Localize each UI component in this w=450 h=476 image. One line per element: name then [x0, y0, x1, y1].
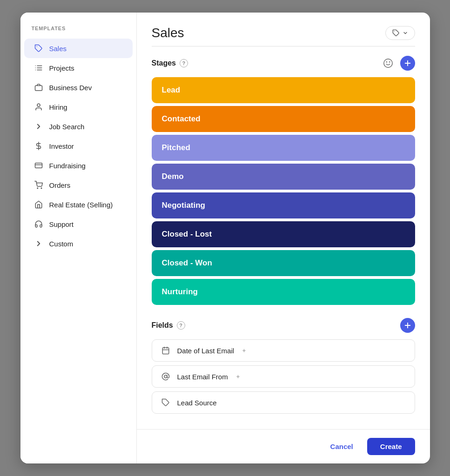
svg-point-12: [37, 188, 38, 189]
modal-overlay: TEMPLATES Sales Projects: [0, 0, 450, 476]
sidebar-item-orders[interactable]: Orders: [24, 175, 133, 195]
main-content: Sales Stages ?: [137, 13, 430, 463]
svg-rect-22: [162, 348, 169, 354]
tag-icon: [34, 43, 44, 53]
sidebar-item-business-dev[interactable]: Business Dev: [24, 78, 133, 97]
palette-icon: [383, 58, 393, 68]
svg-point-15: [383, 59, 392, 67]
fields-actions: [400, 318, 415, 333]
sidebar-item-custom[interactable]: Custom: [24, 234, 133, 253]
tag-dropdown-button[interactable]: [385, 26, 415, 40]
stage-pitched[interactable]: Pitched: [152, 135, 415, 161]
dollar-box-icon: [34, 160, 44, 171]
stage-closed-won[interactable]: Closed - Won: [152, 250, 415, 276]
stage-nurturing[interactable]: Nurturing: [152, 279, 415, 305]
field-lead-source[interactable]: Lead Source: [152, 391, 415, 414]
fields-list: Date of Last Email ✦ Last Email From ✦: [152, 339, 415, 414]
sidebar-item-job-search-label: Job Search: [49, 123, 85, 131]
sidebar-item-business-dev-label: Business Dev: [49, 84, 92, 92]
svg-point-8: [37, 104, 40, 106]
sidebar-item-projects[interactable]: Projects: [24, 58, 133, 78]
chevron-right-icon: [34, 121, 44, 132]
sidebar-item-fundraising[interactable]: Fundraising: [24, 156, 133, 175]
sidebar-item-custom-label: Custom: [49, 240, 74, 248]
sidebar-item-orders-label: Orders: [49, 181, 71, 189]
person-icon: [34, 102, 44, 112]
chevron-down-icon: [403, 30, 408, 36]
list-icon: [34, 63, 44, 73]
sidebar-title: TEMPLATES: [20, 26, 136, 39]
field-date-last-email[interactable]: Date of Last Email ✦: [152, 339, 415, 362]
sidebar-item-investor[interactable]: Investor: [24, 136, 133, 156]
stage-lead[interactable]: Lead: [152, 77, 415, 103]
plus-icon: [403, 59, 412, 67]
field-last-email-from[interactable]: Last Email From ✦: [152, 365, 415, 388]
svg-point-26: [164, 375, 167, 378]
stage-negotiating[interactable]: Negotiating: [152, 192, 415, 218]
sidebar-item-support[interactable]: Support: [24, 214, 133, 234]
calendar-icon: [161, 346, 171, 355]
add-field-button[interactable]: [400, 318, 415, 333]
sidebar-item-real-estate-label: Real Estate (Selling): [49, 201, 113, 209]
custom-chevron-icon: [34, 238, 44, 249]
cancel-button[interactable]: Cancel: [323, 439, 361, 454]
headset-icon: [34, 219, 44, 229]
modal-footer: Cancel Create: [137, 429, 430, 463]
tag-outline-icon: [161, 398, 171, 407]
svg-rect-10: [35, 163, 42, 168]
plus-field-icon: [403, 321, 412, 330]
page-title: Sales: [152, 26, 380, 40]
briefcase-icon: [34, 82, 44, 93]
stage-contacted[interactable]: Contacted: [152, 106, 415, 132]
ai-badge-email: ✦: [235, 373, 241, 380]
stages-section-header: Stages ?: [152, 56, 415, 71]
sidebar-item-job-search[interactable]: Job Search: [24, 117, 133, 136]
fields-help-icon[interactable]: ?: [177, 321, 185, 330]
tag-btn-icon: [392, 29, 400, 37]
sidebar-item-support-label: Support: [49, 220, 74, 228]
sidebar-item-projects-label: Projects: [49, 64, 74, 72]
stage-closed-lost[interactable]: Closed - Lost: [152, 221, 415, 247]
ai-badge-date: ✦: [242, 347, 247, 354]
modal: TEMPLATES Sales Projects: [20, 13, 430, 463]
dollar-icon: [34, 141, 44, 151]
sidebar-item-hiring[interactable]: Hiring: [24, 97, 133, 117]
sidebar-item-sales[interactable]: Sales: [24, 39, 133, 58]
svg-point-17: [389, 61, 390, 63]
stages-title: Stages ?: [152, 59, 188, 67]
sidebar: TEMPLATES Sales Projects: [20, 13, 137, 463]
fields-title: Fields ?: [152, 321, 185, 330]
svg-point-13: [41, 188, 42, 189]
at-icon: [161, 372, 171, 381]
stage-demo[interactable]: Demo: [152, 164, 415, 190]
main-inner: Sales Stages ?: [137, 13, 430, 429]
sidebar-item-fundraising-label: Fundraising: [49, 162, 86, 170]
stages-actions: [381, 56, 415, 71]
cart-icon: [34, 180, 44, 190]
stages-help-icon[interactable]: ?: [180, 59, 188, 67]
title-row: Sales: [152, 26, 415, 46]
create-button[interactable]: Create: [367, 438, 415, 455]
svg-point-16: [386, 61, 387, 63]
palette-button[interactable]: [381, 56, 396, 71]
sidebar-item-investor-label: Investor: [49, 142, 74, 150]
fields-section-header: Fields ?: [152, 318, 415, 333]
sidebar-item-hiring-label: Hiring: [49, 103, 67, 111]
add-stage-button[interactable]: [400, 56, 415, 71]
home-icon: [34, 199, 44, 210]
sidebar-item-real-estate[interactable]: Real Estate (Selling): [24, 195, 133, 214]
stages-list: Lead Contacted Pitched Demo Negotiating: [152, 77, 415, 305]
sidebar-item-sales-label: Sales: [49, 45, 67, 53]
svg-rect-7: [35, 86, 42, 91]
